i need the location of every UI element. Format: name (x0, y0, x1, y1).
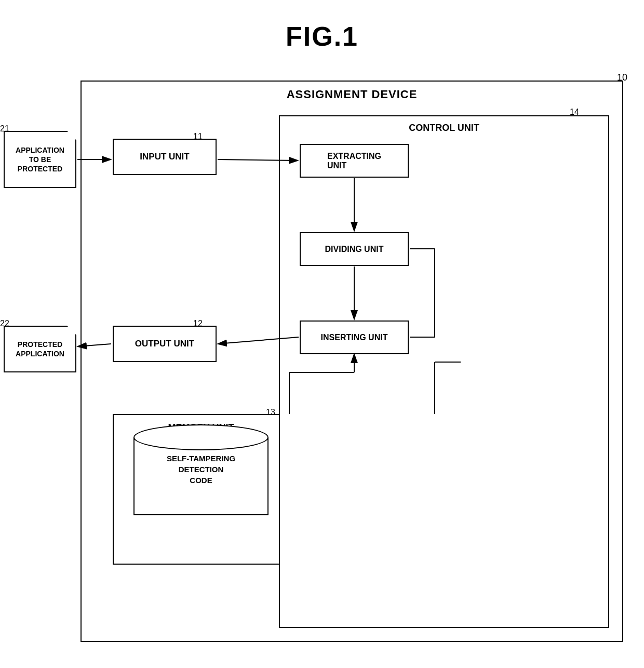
input-unit-label: INPUT UNIT (140, 152, 189, 162)
main-container: 10 ASSIGNMENT DEVICE 11 12 13 14 141 142… (81, 81, 623, 642)
dividing-unit-box: DIVIDING UNIT (300, 232, 409, 266)
cylinder-top (133, 424, 269, 450)
cylinder-label: SELF-TAMPERINGDETECTIONCODE (167, 454, 235, 485)
assignment-device-label: ASSIGNMENT DEVICE (82, 88, 622, 101)
protected-app-box: PROTECTEDAPPLICATION (4, 326, 76, 372)
ref-10-label: 10 (617, 72, 627, 83)
dividing-unit-label: DIVIDING UNIT (325, 245, 384, 254)
app-protected-box: APPLICATIONTO BEPROTECTED (4, 131, 76, 188)
control-unit-box: CONTROL UNIT (279, 115, 609, 628)
extracting-unit-label: EXTRACTINGUNIT (327, 152, 381, 170)
control-unit-label: CONTROL UNIT (280, 123, 608, 133)
inserting-unit-label: INSERTING UNIT (321, 333, 388, 342)
app-protected-label: APPLICATIONTO BEPROTECTED (16, 145, 64, 174)
svg-line-7 (77, 344, 111, 346)
output-unit-label: OUTPUT UNIT (135, 339, 194, 349)
page-title: FIG.1 (0, 0, 644, 68)
output-unit-box: OUTPUT UNIT (113, 326, 217, 362)
cylinder-text: SELF-TAMPERINGDETECTIONCODE (133, 453, 269, 486)
inserting-unit-box: INSERTING UNIT (300, 320, 409, 354)
input-unit-box: INPUT UNIT (113, 139, 217, 175)
cylinder-wrapper: SELF-TAMPERINGDETECTIONCODE (133, 424, 269, 528)
protected-app-label: PROTECTEDAPPLICATION (16, 340, 64, 358)
extracting-unit-box: EXTRACTINGUNIT (300, 144, 409, 178)
